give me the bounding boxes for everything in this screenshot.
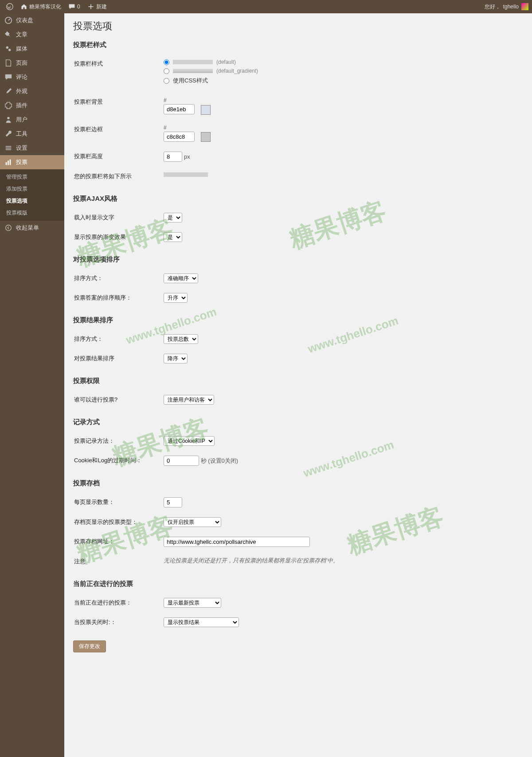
comment-icon (68, 3, 75, 10)
input-barborder[interactable] (164, 132, 195, 142)
radio-default-label: (default) (216, 59, 236, 65)
svg-rect-10 (10, 160, 11, 165)
radio-css[interactable] (164, 78, 169, 84)
label-note: 注意 (74, 552, 163, 571)
greeting: 您好， (485, 3, 501, 11)
tools-icon (4, 130, 12, 138)
label-closed: 当投票关闭时:： (74, 613, 163, 632)
submenu-polls: 管理投票 添加投票 投票选项 投票模版 (0, 169, 64, 221)
menu-media[interactable]: 媒体 (0, 42, 64, 56)
label-expiry: Cookie和Log的过期时间： (74, 451, 163, 470)
admin-menu: 仪表盘 文章 媒体 页面 评论 外观 插件 用户 工具 设置 投票 管理投票 添… (0, 13, 64, 757)
menu-pages[interactable]: 页面 (0, 56, 64, 70)
content-wrap: 投票选项 投票栏样式 投票栏样式 (default) (default_grad… (64, 13, 532, 666)
menu-tools[interactable]: 工具 (0, 127, 64, 141)
comments-link[interactable]: 0 (66, 3, 83, 10)
submenu-add[interactable]: 添加投票 (0, 183, 64, 195)
page-icon (4, 59, 12, 67)
input-perpage[interactable] (164, 497, 182, 507)
label-res-sortorder: 对投票结果排序 (74, 349, 163, 368)
svg-point-3 (8, 49, 11, 51)
select-loadingtext[interactable]: 是 (164, 213, 182, 222)
label-who: 谁可以进行投票? (74, 390, 163, 409)
radio-gradient-label: (default_gradient) (216, 68, 258, 74)
label-perpage: 每页显示数量： (74, 493, 163, 512)
plugin-icon (4, 101, 12, 109)
label-barbg: 投票栏背景 (74, 93, 163, 119)
submenu-options[interactable]: 投票选项 (0, 195, 64, 207)
menu-settings[interactable]: 设置 (0, 141, 64, 155)
swatch-barbg[interactable] (201, 105, 211, 115)
section-archive: 投票存档 (73, 479, 523, 488)
save-button[interactable]: 保存更改 (73, 640, 106, 652)
wp-logo[interactable] (4, 3, 16, 10)
svg-rect-9 (8, 160, 9, 165)
new-content[interactable]: 新建 (85, 3, 110, 11)
avatar[interactable] (521, 3, 528, 10)
plus-icon (87, 3, 94, 10)
label-res-sortby: 排序方式： (74, 330, 163, 348)
input-barheight[interactable] (164, 152, 182, 162)
menu-comments[interactable]: 评论 (0, 70, 64, 84)
label-sortby: 排序方式： (74, 269, 163, 288)
select-sortorder[interactable]: 升序 (164, 293, 188, 303)
swatch-barborder[interactable] (201, 132, 211, 142)
select-sortby[interactable]: 准确顺序 (164, 273, 198, 283)
menu-users[interactable]: 用户 (0, 113, 64, 127)
input-arch-url[interactable] (164, 537, 310, 547)
settings-icon (4, 144, 12, 152)
section-sortans: 对投票选项排序 (73, 255, 523, 264)
label-current: 当前正在进行的投票： (74, 593, 163, 612)
dashboard-icon (4, 16, 12, 24)
wordpress-icon (6, 3, 13, 10)
section-ajax: 投票AJAX风格 (73, 195, 523, 203)
label-logmethod: 投票记录方法： (74, 432, 163, 450)
svg-rect-8 (6, 162, 7, 165)
select-current[interactable]: 显示最新投票 (164, 598, 221, 608)
pin-icon (4, 31, 12, 39)
label-barstyle: 投票栏样式 (74, 55, 163, 92)
chart-icon (4, 158, 12, 166)
menu-posts[interactable]: 文章 (0, 27, 64, 42)
select-res-sortby[interactable]: 投票总数 (164, 334, 198, 344)
section-perm: 投票权限 (73, 377, 523, 385)
select-logmethod[interactable]: 通过Cookie和IP (164, 436, 215, 446)
label-arch-type: 存档页显示的投票类型： (74, 513, 163, 531)
select-who[interactable]: 注册用户和访客 (164, 395, 214, 405)
svg-point-11 (6, 225, 12, 231)
input-expiry[interactable] (164, 456, 199, 466)
bar-preview-default (173, 60, 213, 64)
menu-dashboard[interactable]: 仪表盘 (0, 13, 64, 27)
svg-rect-7 (6, 149, 12, 150)
menu-polls[interactable]: 投票 (0, 155, 64, 169)
svg-rect-6 (6, 148, 12, 148)
home-icon (20, 3, 27, 10)
submenu-templates[interactable]: 投票模版 (0, 207, 64, 219)
label-barborder: 投票栏边框 (74, 120, 163, 147)
note-text: 无论投票是关闭还是打开，只有投票的结果都将显示在'投票存档'中。 (164, 552, 522, 571)
page-title: 投票选项 (73, 20, 523, 33)
input-barbg[interactable] (164, 104, 195, 114)
select-fade[interactable]: 是 (164, 232, 182, 242)
label-sortorder: 投票答案的排序顺序： (74, 289, 163, 307)
bar-preview-gradient (173, 69, 213, 73)
section-current: 当前正在进行的投票 (73, 580, 523, 588)
site-name[interactable]: 糖果博客汉化 (18, 3, 64, 11)
user-icon (4, 116, 12, 124)
select-arch-type[interactable]: 仅开启投票 (164, 517, 221, 527)
radio-css-label: 使用CSS样式 (173, 77, 208, 85)
select-closed[interactable]: 显示投票结果 (164, 617, 239, 627)
admin-bar: 糖果博客汉化 0 新建 您好， tghello (0, 0, 532, 13)
svg-point-2 (6, 47, 8, 49)
menu-appearance[interactable]: 外观 (0, 84, 64, 98)
select-res-sortorder[interactable]: 降序 (164, 354, 188, 363)
username[interactable]: tghello (503, 4, 519, 10)
radio-default-gradient[interactable] (164, 68, 169, 74)
radio-default[interactable] (164, 59, 169, 65)
svg-point-4 (7, 117, 9, 119)
section-barstyle: 投票栏样式 (73, 41, 523, 49)
submenu-manage[interactable]: 管理投票 (0, 171, 64, 183)
section-log: 记录方式 (73, 418, 523, 426)
menu-collapse[interactable]: 收起菜单 (0, 221, 64, 235)
menu-plugins[interactable]: 插件 (0, 98, 64, 113)
